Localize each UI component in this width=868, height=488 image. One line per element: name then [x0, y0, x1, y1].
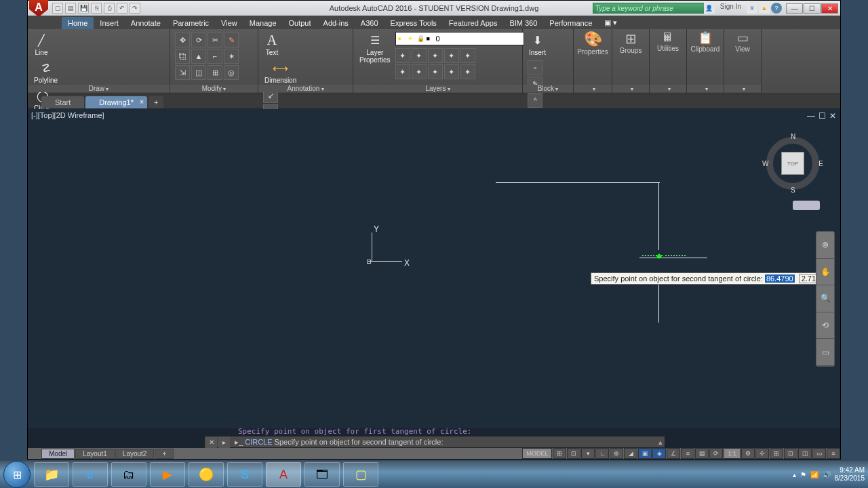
close-button[interactable]: ✕ — [821, 3, 838, 14]
panel-groups-arrow[interactable] — [612, 85, 649, 92]
insert-button[interactable]: ⬇Insert — [526, 30, 549, 58]
trim-icon[interactable]: ✂ — [208, 33, 222, 47]
tab-drawing1[interactable]: Drawing1*× — [85, 96, 147, 108]
viewcube-home-icon[interactable] — [793, 201, 820, 210]
tab-parametric[interactable]: Parametric — [167, 17, 215, 29]
layer-tool-icon[interactable]: ✦ — [460, 64, 475, 79]
tab-view[interactable]: View — [215, 17, 243, 29]
layer-tool-icon[interactable]: ✦ — [412, 64, 427, 79]
taskbar-autocad-icon[interactable]: A — [266, 462, 301, 487]
layer-tool-icon[interactable]: ✦ — [428, 48, 443, 63]
viewport-label[interactable]: [-][Top][2D Wireframe] — [31, 111, 104, 119]
signin-label[interactable]: Sign In — [720, 3, 741, 14]
tab-layout1[interactable]: Layout1 — [75, 449, 115, 459]
taskbar-explorer-icon[interactable]: 📁 — [34, 462, 69, 487]
infer-icon[interactable]: ▾ — [581, 448, 595, 459]
taskbar-notes-icon[interactable]: ▢ — [343, 462, 378, 487]
qat-save-icon[interactable]: 💾 — [78, 3, 89, 14]
gear-icon[interactable]: ⚙ — [741, 448, 755, 459]
transparency-icon[interactable]: ▤ — [695, 448, 709, 459]
viewcube[interactable]: TOP N S E W — [762, 133, 823, 194]
drawn-line[interactable] — [658, 182, 659, 250]
line-button[interactable]: ╱Line — [31, 30, 52, 58]
app-menu-icon[interactable]: A — [29, 0, 48, 17]
tab-manage[interactable]: Manage — [243, 17, 283, 29]
tray-arrow-icon[interactable]: ▴ — [793, 471, 796, 479]
qat-saveas-icon[interactable]: ⎘ — [91, 3, 102, 14]
layer-tool-icon[interactable]: ✦ — [412, 48, 427, 63]
groups-icon[interactable]: ⊞ — [625, 30, 637, 47]
explode-icon[interactable]: ✶ — [224, 49, 239, 64]
erase-icon[interactable]: ✎ — [224, 33, 239, 47]
nav-wheel-icon[interactable]: ⊚ — [816, 232, 834, 259]
tab-featured[interactable]: Featured Apps — [443, 17, 504, 29]
hwacc-icon[interactable]: ⊡ — [784, 448, 797, 459]
annovis-icon[interactable]: ✢ — [755, 448, 769, 459]
taskbar-libraries-icon[interactable]: 🗂 — [111, 462, 146, 487]
panel-layers-title[interactable]: Layers — [353, 85, 522, 92]
layer-tool-icon[interactable]: ✦ — [460, 48, 475, 63]
scale-icon[interactable]: ◫ — [191, 65, 206, 80]
panel-annotation-title[interactable]: Annotation — [258, 85, 353, 92]
ribbon-menu-icon[interactable]: ▣ ▾ — [598, 16, 623, 29]
model-space-button[interactable]: MODEL — [522, 448, 552, 459]
snap-icon[interactable]: ⊡ — [567, 448, 580, 459]
ortho-icon[interactable]: ∟ — [595, 448, 609, 459]
otrack-icon[interactable]: ∠ — [667, 448, 680, 459]
tab-a360[interactable]: A360 — [355, 17, 384, 29]
viewcube-face[interactable]: TOP — [781, 152, 804, 175]
polyline-button[interactable]: ☡Polyline — [31, 58, 61, 86]
qat-new-icon[interactable]: ▢ — [52, 3, 63, 14]
layer-dropdown[interactable]: ● ☀ 🔒 ■ 0 — [395, 32, 524, 45]
tab-output[interactable]: Output — [283, 17, 317, 29]
tab-addins[interactable]: Add-ins — [317, 17, 355, 29]
drawing-viewport[interactable]: [-][Top][2D Wireframe] — ☐ ✕ Y X Specify… — [28, 109, 840, 428]
dyn-input-x[interactable]: 86.4790 — [765, 274, 795, 283]
tray-flag-icon[interactable]: ⚑ — [800, 471, 806, 479]
isoviews-icon[interactable]: ◫ — [798, 448, 812, 459]
taskbar-app-icon[interactable]: 🗔 — [304, 462, 340, 487]
layerprops-button[interactable]: ☰Layer Properties — [356, 30, 394, 81]
attr-icon[interactable]: ᴬ — [528, 93, 542, 108]
infocenter-search[interactable]: Type a keyword or phrase — [593, 3, 705, 14]
cycling-icon[interactable]: ⟳ — [709, 448, 723, 459]
layer-tool-icon[interactable]: ✦ — [444, 64, 459, 79]
tab-start[interactable]: Start — [41, 96, 84, 108]
qat-redo-icon[interactable]: ↷ — [130, 3, 140, 14]
taskbar-ie-icon[interactable]: e — [73, 462, 108, 487]
cmd-recent-icon[interactable]: ▸ — [218, 436, 230, 448]
annoscale-button[interactable]: 1:1 — [724, 448, 741, 459]
panel-view-arrow[interactable] — [724, 85, 761, 92]
drawn-line[interactable] — [496, 182, 660, 183]
grid-icon[interactable]: ⊞ — [553, 448, 566, 459]
array-icon[interactable]: ⊞ — [208, 65, 222, 80]
new-tab-button[interactable]: + — [149, 96, 163, 108]
nav-pan-icon[interactable]: ✋ — [816, 259, 834, 286]
tray-volume-icon[interactable]: 🔊 — [823, 471, 831, 479]
command-line[interactable]: ✕ ▸ ▸_ CIRCLE Specify point on object fo… — [204, 436, 665, 448]
move-icon[interactable]: ✥ — [175, 33, 190, 47]
layer-tool-icon[interactable]: ✦ — [444, 48, 459, 63]
panel-util-arrow[interactable] — [650, 85, 686, 92]
vp-minimize-icon[interactable]: — — [807, 111, 815, 121]
layer-tool-icon[interactable]: ✦ — [395, 48, 410, 63]
tab-bim360[interactable]: BIM 360 — [503, 17, 543, 29]
taskbar-chrome-icon[interactable]: 🟡 — [189, 462, 224, 487]
stretch-icon[interactable]: ⇲ — [175, 65, 190, 80]
customize-icon[interactable]: ≡ — [827, 448, 840, 459]
exchange-icon[interactable]: X — [747, 3, 757, 14]
create-block-icon[interactable]: ▫ — [528, 60, 542, 75]
qat-open-icon[interactable]: ▤ — [65, 3, 76, 14]
iso-icon[interactable]: ◢ — [624, 448, 637, 459]
maximize-button[interactable]: ☐ — [804, 3, 821, 14]
cleanscreen-icon[interactable]: ▭ — [812, 448, 826, 459]
nav-zoom-icon[interactable]: 🔍 — [816, 285, 834, 312]
signin-icon[interactable]: 👤 — [704, 3, 715, 14]
panel-modify-title[interactable]: Modify — [170, 85, 258, 92]
start-button[interactable]: ⊞ — [3, 461, 31, 488]
panel-block-title[interactable]: Block — [523, 85, 573, 92]
add-layout-button[interactable]: + — [155, 449, 174, 459]
tab-home[interactable]: Home — [62, 17, 94, 29]
color-wheel-icon[interactable]: 🎨 — [584, 30, 602, 48]
cmd-close-icon[interactable]: ✕ — [205, 436, 217, 448]
